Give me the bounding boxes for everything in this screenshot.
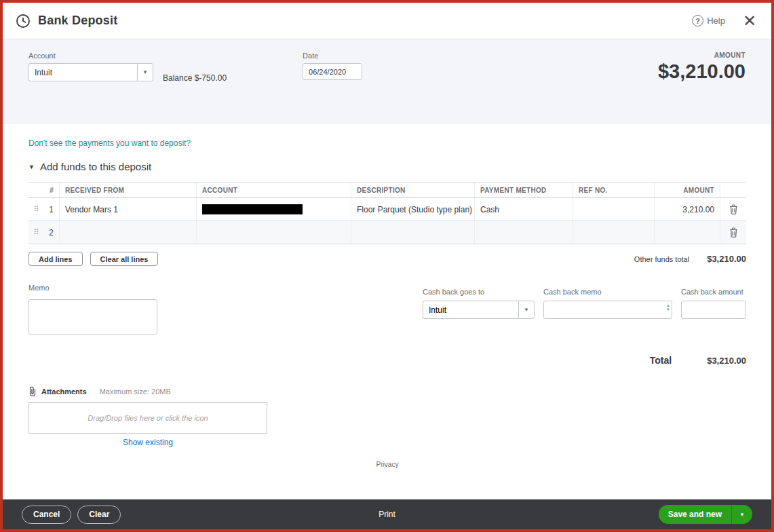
account-cell[interactable] <box>197 221 351 244</box>
total-label: Total <box>650 355 672 366</box>
paperclip-icon <box>28 386 37 396</box>
add-funds-section-title: Add funds to this deposit <box>40 161 151 172</box>
other-funds-total-value: $3,210.00 <box>707 254 746 264</box>
received-from-cell[interactable]: Vendor Mars 1 <box>60 198 197 221</box>
date-label: Date <box>303 52 362 60</box>
payment-method-cell[interactable]: Cash <box>475 198 573 221</box>
footer-bar: Cancel Clear Print Save and new ▼ <box>3 499 771 529</box>
top-summary-band: Account ▼ Balance $-750.00 Date AMOUNT $… <box>3 39 771 124</box>
memo-label: Memo <box>28 284 157 292</box>
chevron-down-icon: ▼ <box>142 69 148 75</box>
cash-back-goes-to-dropdown-button[interactable]: ▼ <box>518 301 535 319</box>
ref-no-cell[interactable] <box>573 198 655 221</box>
date-field-group: Date <box>303 52 362 80</box>
save-options-caret-icon[interactable]: ▼ <box>732 512 752 518</box>
redacted-account <box>202 204 303 214</box>
col-header-received-from: RECEIVED FROM <box>60 183 197 197</box>
clear-all-lines-button[interactable]: Clear all lines <box>90 252 159 266</box>
attachments-dropzone[interactable]: Drag/Drop files here or click the icon <box>28 402 267 434</box>
recent-transactions-icon[interactable] <box>15 13 31 29</box>
bank-deposit-window: Bank Deposit ? Help ✕ Account ▼ Balance … <box>0 0 774 532</box>
drag-handle-icon[interactable]: ⠿ <box>33 205 38 214</box>
drag-handle-icon[interactable]: ⠿ <box>33 228 38 237</box>
privacy-link[interactable]: Privacy <box>28 461 746 468</box>
step-down-icon: ▼ <box>666 307 670 311</box>
cash-back-memo-group: Cash back memo ▲ ▼ <box>543 288 672 335</box>
save-and-new-label: Save and new <box>659 510 731 519</box>
description-cell[interactable]: Floor Parquet (Studio type plan) <box>351 198 475 221</box>
description-cell[interactable] <box>351 221 475 244</box>
close-icon[interactable]: ✕ <box>743 13 756 29</box>
amount-cell[interactable]: 3,210.00 <box>655 198 720 221</box>
account-field-group: Account ▼ <box>28 52 153 81</box>
memo-cashback-band: Memo Cash back goes to ▼ Cash back memo <box>28 284 746 335</box>
attachments-label[interactable]: Attachments <box>41 387 87 396</box>
triangle-down-icon: ▼ <box>28 164 35 170</box>
cash-back-goes-to-label: Cash back goes to <box>423 288 535 296</box>
help-icon: ? <box>692 15 703 26</box>
cash-back-amount-label: Cash back amount <box>681 288 746 296</box>
help-label: Help <box>707 16 725 26</box>
memo-input[interactable] <box>28 299 157 335</box>
cash-back-memo-input[interactable] <box>543 301 672 319</box>
cash-back-goes-to-group: Cash back goes to ▼ <box>423 288 535 335</box>
clear-button[interactable]: Clear <box>77 506 121 524</box>
print-button[interactable]: Print <box>379 510 395 519</box>
amount-cell[interactable] <box>655 221 720 244</box>
table-actions: Add lines Clear all lines Other funds to… <box>28 252 746 266</box>
add-lines-button[interactable]: Add lines <box>28 252 83 266</box>
col-header-num: # <box>43 183 60 197</box>
col-header-description: DESCRIPTION <box>351 183 475 197</box>
page-title: Bank Deposit <box>38 14 117 28</box>
dont-see-payments-link[interactable]: Don't see the payments you want to depos… <box>28 138 191 148</box>
table-header-row: # RECEIVED FROM ACCOUNT DESCRIPTION PAYM… <box>28 183 746 198</box>
memo-field-group: Memo <box>28 284 157 335</box>
stepper-icons[interactable]: ▲ ▼ <box>666 303 670 311</box>
trash-icon[interactable] <box>729 204 739 215</box>
add-funds-section-toggle[interactable]: ▼ Add funds to this deposit <box>28 161 746 172</box>
cash-back-memo-label: Cash back memo <box>543 288 672 296</box>
deposit-lines-table: # RECEIVED FROM ACCOUNT DESCRIPTION PAYM… <box>28 182 746 244</box>
main-content: Don't see the payments you want to depos… <box>3 124 771 468</box>
cash-back-amount-group: Cash back amount <box>681 288 746 335</box>
account-dropdown-button[interactable]: ▼ <box>137 63 153 81</box>
save-and-new-button[interactable]: Save and new ▼ <box>659 505 752 524</box>
col-header-ref-no: REF NO. <box>573 183 655 197</box>
col-header-amount: AMOUNT <box>655 183 720 197</box>
help-button[interactable]: ? Help <box>692 15 725 26</box>
amount-summary: AMOUNT $3,210.00 <box>658 52 746 83</box>
show-existing-link[interactable]: Show existing <box>28 438 267 447</box>
amount-label: AMOUNT <box>658 52 746 59</box>
cash-back-section: Cash back goes to ▼ Cash back memo ▲ ▼ <box>423 288 746 335</box>
dropzone-text: Drag/Drop files here or click the icon <box>88 414 208 422</box>
account-label: Account <box>28 52 153 60</box>
col-header-payment-method: PAYMENT METHOD <box>475 183 573 197</box>
cancel-button[interactable]: Cancel <box>22 506 71 524</box>
chevron-down-icon: ▼ <box>524 307 529 313</box>
attachments-section: Attachments Maximum size: 20MB Drag/Drop… <box>28 386 746 447</box>
balance-text: Balance $-750.00 <box>163 73 227 83</box>
account-cell[interactable] <box>197 198 351 221</box>
account-input[interactable] <box>28 63 137 81</box>
payment-method-cell[interactable] <box>475 221 573 244</box>
ref-no-cell[interactable] <box>573 221 655 244</box>
other-funds-total: Other funds total $3,210.00 <box>634 254 746 264</box>
row-number: 1 <box>43 198 60 221</box>
total-row: Total $3,210.00 <box>28 355 746 366</box>
date-input[interactable] <box>303 63 362 80</box>
table-row: ⠿ 2 <box>28 221 746 244</box>
table-row: ⠿ 1 Vendor Mars 1 Floor Parquet (Studio … <box>28 198 746 221</box>
cash-back-amount-input[interactable] <box>681 301 746 319</box>
other-funds-total-label: Other funds total <box>634 255 689 263</box>
max-size-text: Maximum size: 20MB <box>100 387 171 396</box>
received-from-cell[interactable] <box>60 221 197 244</box>
cash-back-goes-to-input[interactable] <box>423 301 518 319</box>
total-value: $3,210.00 <box>707 356 746 366</box>
col-header-account: ACCOUNT <box>197 183 351 197</box>
trash-icon[interactable] <box>729 227 739 238</box>
row-number: 2 <box>43 221 60 244</box>
amount-value: $3,210.00 <box>658 60 746 83</box>
header: Bank Deposit ? Help ✕ <box>3 3 771 39</box>
